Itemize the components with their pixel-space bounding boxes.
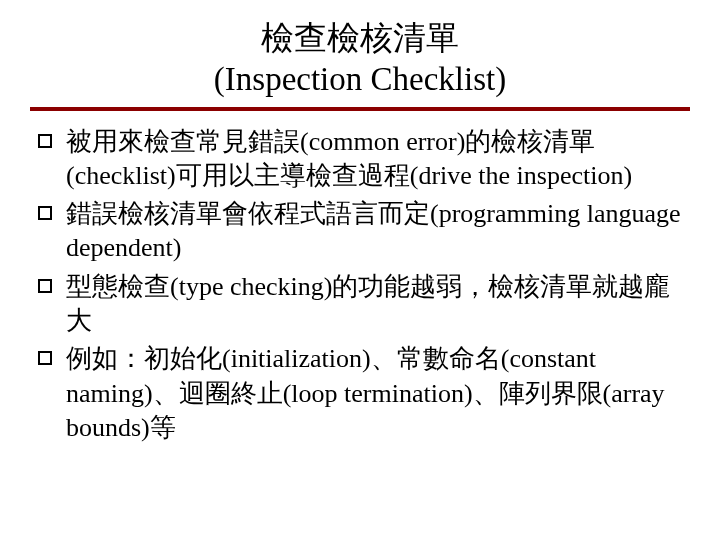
checkbox-icon [38,279,52,293]
page-title: 檢查檢核清單 (Inspection Checklist) [30,18,690,101]
checkbox-icon [38,351,52,365]
list-item: 錯誤檢核清單會依程式語言而定(programming language depe… [36,197,690,266]
checkbox-icon [38,134,52,148]
list-item: 例如：初始化(initialization)、常數命名(constant nam… [36,342,690,445]
divider [30,107,690,111]
list-item-text: 錯誤檢核清單會依程式語言而定(programming language depe… [66,197,690,266]
checkbox-icon [38,206,52,220]
title-line-2: (Inspection Checklist) [30,59,690,100]
list-item-text: 被用來檢查常見錯誤(common error)的檢核清單(checklist)可… [66,125,690,194]
title-line-1: 檢查檢核清單 [30,18,690,59]
list-item: 型態檢查(type checking)的功能越弱，檢核清單就越龐大 [36,270,690,339]
content-list: 被用來檢查常見錯誤(common error)的檢核清單(checklist)可… [30,125,690,446]
list-item-text: 例如：初始化(initialization)、常數命名(constant nam… [66,342,690,445]
list-item-text: 型態檢查(type checking)的功能越弱，檢核清單就越龐大 [66,270,690,339]
slide: 檢查檢核清單 (Inspection Checklist) 被用來檢查常見錯誤(… [0,0,720,540]
list-item: 被用來檢查常見錯誤(common error)的檢核清單(checklist)可… [36,125,690,194]
